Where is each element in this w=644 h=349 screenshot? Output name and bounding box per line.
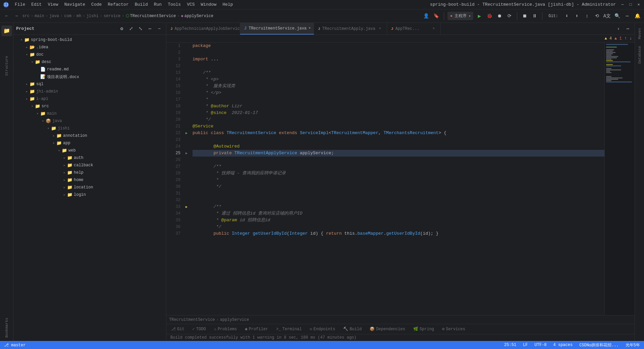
close-button[interactable]: ✕	[636, 2, 641, 7]
stop-button[interactable]: ⏹	[521, 12, 529, 20]
nav-service[interactable]: service	[104, 14, 120, 18]
git-history-icon[interactable]: ⟲	[593, 12, 601, 20]
tree-item-sql[interactable]: 📁 sql	[13, 80, 166, 88]
git-fetch-icon[interactable]: ↕	[583, 12, 591, 20]
tree-item-readme[interactable]: 📄 readme.md	[13, 66, 166, 73]
bottom-tab-problems[interactable]: ⚠ Problems	[212, 325, 239, 333]
breadcrumb-member[interactable]: applyService	[220, 317, 249, 322]
activity-structure[interactable]: Structure	[1, 52, 12, 79]
git-button[interactable]: Git:	[546, 12, 561, 20]
tree-item-help[interactable]: 📁 help	[13, 169, 166, 176]
tab-recruitment-service[interactable]: J TRecruitmentService.java ×	[240, 23, 314, 35]
back-button[interactable]: ←	[3, 12, 10, 20]
maximize-button[interactable]: □	[628, 2, 633, 7]
expand-icon[interactable]: ⤢	[127, 25, 135, 33]
status-notifications[interactable]: 光年5年	[624, 342, 641, 348]
translate-icon[interactable]: A文	[603, 12, 611, 20]
settings-icon[interactable]: ⚙	[118, 25, 126, 33]
menu-code[interactable]: Code	[89, 1, 104, 8]
tab-app-trec[interactable]: J AppTRec... ×	[387, 23, 441, 35]
tree-item-location[interactable]: 📁 location	[13, 184, 166, 191]
tree-item-jhi-admin[interactable]: 📁 jhi-admin	[13, 88, 166, 95]
bottom-tab-profiler[interactable]: ◉ Profiler	[243, 325, 270, 333]
menu-file[interactable]: File	[12, 1, 28, 8]
tree-item-java[interactable]: 📦 java	[13, 117, 166, 125]
error-indicator[interactable]: ▲ 1	[614, 36, 622, 41]
search-everywhere-icon[interactable]: 🔍	[613, 12, 621, 20]
tab-recruitment-apply[interactable]: J TRecruitmentApply.java ×	[314, 23, 387, 35]
tree-item-jishi[interactable]: 📁 jishi	[13, 125, 166, 132]
tree-item-home[interactable]: 📁 home	[13, 176, 166, 184]
bottom-tab-services[interactable]: ⚙ Services	[440, 325, 467, 333]
gutter-33[interactable]: ▶	[183, 203, 190, 210]
tree-item-doc[interactable]: 📁 doc	[13, 51, 166, 58]
collapse-icon[interactable]: ⤡	[137, 25, 145, 33]
tree-item-main[interactable]: 📁 main	[13, 110, 166, 117]
gutter-25[interactable]: ▶	[183, 150, 190, 157]
tab-settings-icon[interactable]: ⋯	[624, 25, 632, 33]
bottom-tab-git[interactable]: ⎇ Git	[169, 325, 186, 333]
tree-item-login[interactable]: 📁 login	[13, 191, 166, 198]
menu-run[interactable]: Run	[151, 1, 164, 8]
up-indicator[interactable]: ↑	[625, 36, 627, 41]
user-icon[interactable]: 👤	[422, 12, 430, 20]
tree-item-src[interactable]: 📁 src	[13, 103, 166, 110]
more-icon[interactable]: ⋯	[146, 25, 154, 33]
bottom-tab-spring[interactable]: 🌿 Spring	[411, 325, 436, 333]
tab-list-icon[interactable]: ‹	[614, 25, 623, 33]
warning-indicator[interactable]: ▲ 4	[604, 36, 612, 41]
tab-apply-job[interactable]: J AppTechnicianApplyJobService.java ×	[166, 23, 240, 35]
menu-vcs[interactable]: VCS	[184, 1, 197, 8]
nav-class[interactable]: ⬡TRecruitmentService	[126, 13, 176, 18]
right-tab-maven[interactable]: Maven	[636, 25, 643, 42]
tree-item-root[interactable]: 📁 spring-boot-build	[13, 36, 166, 44]
minimize-button[interactable]: ─	[620, 2, 625, 7]
right-tab-database[interactable]: Database	[636, 43, 643, 66]
activity-bookmarks[interactable]: Bookmarks	[1, 314, 12, 341]
tree-item-i-api[interactable]: 📁 i-api	[13, 95, 166, 103]
menu-tools[interactable]: Tools	[165, 1, 183, 8]
menu-build[interactable]: Build	[132, 1, 151, 8]
menu-edit[interactable]: Edit	[29, 1, 44, 8]
bottom-tab-build[interactable]: 🔨 Build	[341, 325, 364, 333]
bottom-tab-terminal[interactable]: >_ Terminal	[274, 326, 304, 333]
run-config-button[interactable]: ● 主程序 ▾	[447, 12, 473, 20]
down-indicator[interactable]: ↓	[630, 36, 632, 41]
status-csdn[interactable]: CSDN◎拼排和花招...	[578, 342, 620, 348]
menu-navigate[interactable]: Navigate	[62, 1, 88, 8]
more-options-icon[interactable]: ⋯	[623, 12, 631, 20]
tree-item-annotation[interactable]: 📁 annotation	[13, 132, 166, 139]
tree-item-callback[interactable]: 📁 callback	[13, 162, 166, 169]
activity-project[interactable]: 📁	[1, 25, 12, 36]
tab-close-3[interactable]: ×	[377, 26, 383, 32]
status-indent[interactable]: 4 spaces	[552, 343, 574, 347]
code-content[interactable]: package import ... /**	[190, 43, 604, 315]
tab-close-2[interactable]: ×	[309, 26, 311, 31]
tree-item-auth[interactable]: 📁 auth	[13, 154, 166, 162]
nav-mh[interactable]: mh	[76, 14, 81, 18]
nav-jishi[interactable]: jishi	[87, 14, 99, 18]
nav-src[interactable]: src	[22, 14, 30, 18]
git-push-icon[interactable]: ⬆	[573, 12, 581, 20]
pause-button[interactable]: ⏸	[531, 12, 539, 20]
status-encoding[interactable]: UTF-8	[533, 343, 548, 347]
nav-member[interactable]: ◈applyService	[181, 13, 214, 18]
git-pull-icon[interactable]: ⬇	[563, 12, 571, 20]
bookmark-icon[interactable]: 🔖	[432, 12, 440, 20]
breadcrumb-class[interactable]: TRecruitmentService	[169, 317, 215, 322]
menu-help[interactable]: Help	[220, 1, 235, 8]
run-button[interactable]: ▶	[475, 12, 483, 20]
menu-window[interactable]: Window	[198, 1, 219, 8]
coverage-button[interactable]: ⏺	[495, 12, 503, 20]
status-position[interactable]: 25:51	[503, 343, 518, 347]
tree-item-idea[interactable]: 📂 .idea	[13, 44, 166, 51]
nav-java[interactable]: java	[49, 14, 59, 18]
tree-item-docx[interactable]: 📝 项目表说明.docx	[13, 73, 166, 80]
menu-view[interactable]: View	[45, 1, 61, 8]
forward-button[interactable]: →	[12, 12, 20, 20]
status-branch[interactable]: ⎇ master	[3, 343, 27, 348]
bottom-tab-todo[interactable]: ✓ TODO	[191, 325, 208, 333]
profile-button[interactable]: ⟳	[505, 12, 514, 20]
tab-close-4[interactable]: ×	[431, 26, 436, 32]
nav-main[interactable]: main	[35, 14, 44, 18]
